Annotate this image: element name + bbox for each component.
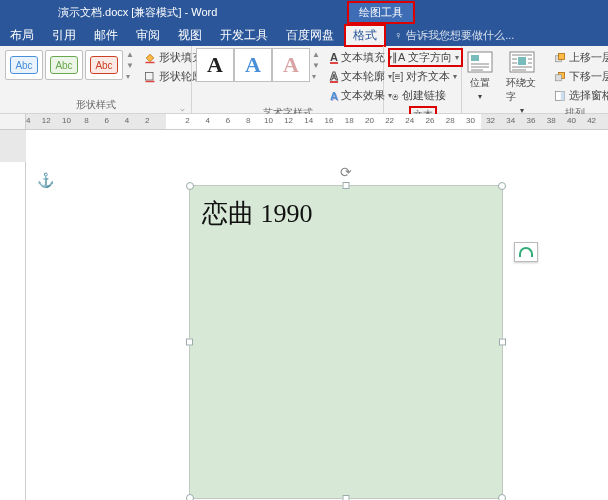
resize-handle-nw[interactable] bbox=[186, 182, 194, 190]
send-backward-button[interactable]: 下移一层 bbox=[550, 67, 608, 86]
selected-text-box[interactable]: ⟳ 恋曲 1990 bbox=[189, 185, 503, 499]
ribbon-tabs: 布局 引用 邮件 审阅 视图 开发工具 百度网盘 格式 ♀ 告诉我您想要做什么.… bbox=[0, 24, 608, 46]
ruler-tick: 26 bbox=[426, 116, 435, 125]
document-workspace: ⚓ ⟳ 恋曲 1990 bbox=[0, 130, 608, 500]
tell-me-search[interactable]: ♀ 告诉我您想要做什么... bbox=[394, 28, 514, 43]
shape-style-preset-3[interactable]: Abc bbox=[85, 50, 123, 80]
tab-format[interactable]: 格式 bbox=[344, 24, 386, 47]
ruler-tick: 30 bbox=[466, 116, 475, 125]
ruler-tick: 20 bbox=[365, 116, 374, 125]
anchor-icon: ⚓ bbox=[37, 172, 54, 188]
vertical-ruler[interactable] bbox=[0, 130, 26, 500]
dropdown-icon: ▾ bbox=[478, 92, 482, 101]
resize-handle-sw[interactable] bbox=[186, 494, 194, 500]
ruler-tick: 10 bbox=[62, 116, 71, 125]
wordart-preset-2[interactable]: A bbox=[234, 48, 272, 82]
wrap-text-button[interactable]: 环绕文字 ▾ bbox=[502, 48, 542, 117]
paint-bucket-icon bbox=[144, 52, 156, 64]
shape-style-preset-1[interactable]: Abc bbox=[5, 50, 43, 80]
chevron-up-icon[interactable]: ▲ bbox=[126, 50, 134, 59]
ruler-tick: 36 bbox=[527, 116, 536, 125]
bring-forward-button[interactable]: 上移一层 bbox=[550, 48, 608, 67]
wordart-preset-3[interactable]: A bbox=[272, 48, 310, 82]
svg-rect-10 bbox=[556, 74, 562, 80]
horizontal-ruler[interactable]: 1412108642246810121416182022242628303234… bbox=[0, 114, 608, 130]
dropdown-icon: ▾ bbox=[453, 72, 457, 81]
resize-handle-s[interactable] bbox=[343, 495, 350, 500]
ruler-tick: 8 bbox=[84, 116, 88, 125]
svg-rect-6 bbox=[518, 57, 526, 65]
tab-references[interactable]: 引用 bbox=[44, 25, 84, 46]
text-box-content[interactable]: 恋曲 1990 bbox=[190, 186, 502, 241]
ruler-tick: 6 bbox=[226, 116, 230, 125]
chevron-up-icon[interactable]: ▲ bbox=[312, 50, 320, 59]
ruler-tick: 34 bbox=[506, 116, 515, 125]
ruler-tick: 40 bbox=[567, 116, 576, 125]
tell-me-placeholder: 告诉我您想要做什么... bbox=[406, 28, 514, 43]
layout-options-icon bbox=[519, 247, 533, 257]
svg-rect-8 bbox=[559, 53, 565, 59]
ruler-tick: 2 bbox=[145, 116, 149, 125]
text-fill-icon: A bbox=[330, 52, 338, 64]
tab-baidu[interactable]: 百度网盘 bbox=[278, 25, 342, 46]
resize-handle-n[interactable] bbox=[343, 182, 350, 189]
ribbon: Abc Abc Abc ▲ ▼ ▾ 形状填充▾ 形状轮廓▾ bbox=[0, 46, 608, 114]
ruler-tick: 16 bbox=[325, 116, 334, 125]
wordart-preset-1[interactable]: A bbox=[196, 48, 234, 82]
text-direction-button[interactable]: ∥A 文字方向▾ bbox=[388, 48, 463, 67]
resize-handle-e[interactable] bbox=[499, 339, 506, 346]
ruler-tick: 12 bbox=[284, 116, 293, 125]
more-icon[interactable]: ▾ bbox=[312, 72, 320, 81]
ruler-tick: 24 bbox=[405, 116, 414, 125]
text-direction-icon: ∥A bbox=[392, 51, 405, 64]
position-icon bbox=[466, 50, 494, 74]
align-text-button[interactable]: [≡] 对齐文本▾ bbox=[388, 67, 463, 86]
resize-handle-se[interactable] bbox=[498, 494, 506, 500]
ruler-tick: 22 bbox=[385, 116, 394, 125]
contextual-tab-drawing-tools[interactable]: 绘图工具 bbox=[347, 1, 415, 24]
document-canvas[interactable]: ⚓ ⟳ 恋曲 1990 bbox=[26, 130, 608, 500]
tab-view[interactable]: 视图 bbox=[170, 25, 210, 46]
tab-review[interactable]: 审阅 bbox=[128, 25, 168, 46]
svg-rect-0 bbox=[145, 61, 154, 63]
chevron-down-icon[interactable]: ▼ bbox=[126, 61, 134, 70]
document-title: 演示文档.docx [兼容模式] - Word bbox=[58, 5, 217, 20]
svg-rect-2 bbox=[145, 80, 154, 82]
ruler-tick: 28 bbox=[446, 116, 455, 125]
bring-forward-icon bbox=[554, 52, 566, 64]
create-link-button[interactable]: ⍟ 创建链接 bbox=[388, 86, 463, 105]
selection-pane-button[interactable]: 选择窗格 bbox=[550, 86, 608, 105]
ruler-tick: 18 bbox=[345, 116, 354, 125]
shape-style-preset-2[interactable]: Abc bbox=[45, 50, 83, 80]
ruler-tick: 42 bbox=[587, 116, 596, 125]
ruler-tick: 4 bbox=[206, 116, 210, 125]
send-backward-icon bbox=[554, 71, 566, 83]
more-icon[interactable]: ▾ bbox=[126, 72, 134, 81]
tab-developer[interactable]: 开发工具 bbox=[212, 25, 276, 46]
ruler-tick: 10 bbox=[264, 116, 273, 125]
dropdown-icon: ▾ bbox=[455, 53, 459, 62]
rotate-handle-icon[interactable]: ⟳ bbox=[340, 164, 352, 180]
text-effects-icon: A bbox=[330, 90, 338, 102]
ruler-tick: 12 bbox=[42, 116, 51, 125]
ruler-tick: 14 bbox=[26, 116, 30, 125]
tab-layout[interactable]: 布局 bbox=[2, 25, 42, 46]
ruler-tick: 14 bbox=[304, 116, 313, 125]
position-button[interactable]: 位置 ▾ bbox=[466, 48, 494, 103]
tab-mailings[interactable]: 邮件 bbox=[86, 25, 126, 46]
text-outline-icon: A bbox=[330, 71, 338, 83]
layout-options-button[interactable] bbox=[514, 242, 538, 262]
svg-rect-1 bbox=[145, 72, 153, 80]
ruler-tick: 8 bbox=[246, 116, 250, 125]
ruler-tick: 32 bbox=[486, 116, 495, 125]
group-label-shape-styles: 形状样式 bbox=[4, 97, 187, 113]
svg-rect-4 bbox=[471, 55, 479, 61]
selection-pane-icon bbox=[554, 90, 566, 102]
resize-handle-ne[interactable] bbox=[498, 182, 506, 190]
chevron-down-icon[interactable]: ▼ bbox=[312, 61, 320, 70]
ruler-tick: 4 bbox=[125, 116, 129, 125]
resize-handle-w[interactable] bbox=[186, 339, 193, 346]
pen-outline-icon bbox=[144, 71, 156, 83]
wrap-text-icon bbox=[508, 50, 536, 74]
lightbulb-icon: ♀ bbox=[394, 29, 402, 41]
